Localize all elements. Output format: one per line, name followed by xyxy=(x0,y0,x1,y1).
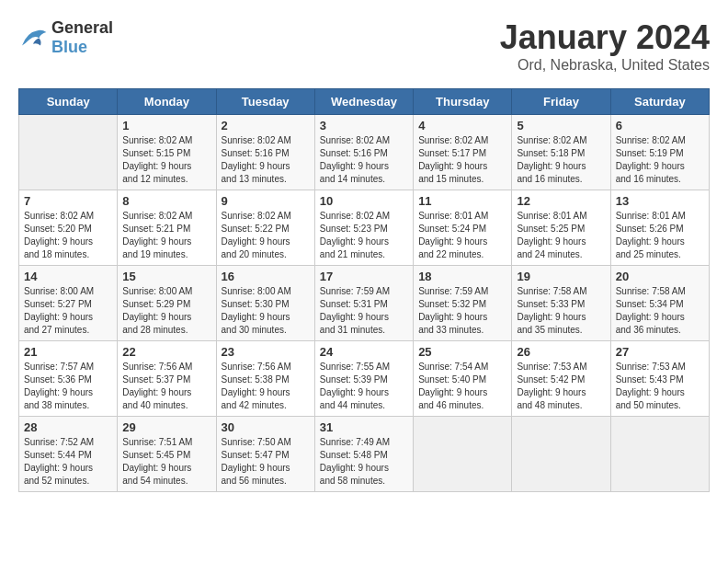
day-of-week-header: Tuesday xyxy=(216,89,314,115)
day-of-week-header: Wednesday xyxy=(314,89,413,115)
calendar-cell xyxy=(610,417,709,492)
day-number: 11 xyxy=(418,194,506,208)
calendar-cell: 27Sunrise: 7:53 AM Sunset: 5:43 PM Dayli… xyxy=(610,341,709,417)
calendar-cell: 2Sunrise: 8:02 AM Sunset: 5:16 PM Daylig… xyxy=(216,115,314,190)
logo-text: General Blue xyxy=(51,18,113,57)
calendar-cell: 5Sunrise: 8:02 AM Sunset: 5:18 PM Daylig… xyxy=(512,115,610,190)
day-number: 6 xyxy=(616,119,704,132)
calendar-cell: 6Sunrise: 8:02 AM Sunset: 5:19 PM Daylig… xyxy=(610,115,709,190)
calendar-cell: 28Sunrise: 7:52 AM Sunset: 5:44 PM Dayli… xyxy=(19,417,118,492)
day-info: Sunrise: 8:01 AM Sunset: 5:26 PM Dayligh… xyxy=(616,210,704,261)
day-number: 14 xyxy=(24,270,112,283)
day-info: Sunrise: 8:01 AM Sunset: 5:25 PM Dayligh… xyxy=(517,210,605,261)
day-info: Sunrise: 7:56 AM Sunset: 5:38 PM Dayligh… xyxy=(222,361,310,412)
calendar-cell: 23Sunrise: 7:56 AM Sunset: 5:38 PM Dayli… xyxy=(216,341,314,417)
day-info: Sunrise: 8:00 AM Sunset: 5:27 PM Dayligh… xyxy=(24,285,112,337)
logo: General Blue xyxy=(18,18,113,57)
day-info: Sunrise: 8:00 AM Sunset: 5:30 PM Dayligh… xyxy=(222,285,310,337)
calendar-week-row: 7Sunrise: 8:02 AM Sunset: 5:20 PM Daylig… xyxy=(19,190,710,266)
calendar-cell xyxy=(512,417,610,492)
calendar-cell: 8Sunrise: 8:02 AM Sunset: 5:21 PM Daylig… xyxy=(118,190,216,266)
calendar-cell: 22Sunrise: 7:56 AM Sunset: 5:37 PM Dayli… xyxy=(118,341,216,417)
logo-blue: Blue xyxy=(51,38,87,56)
calendar-cell: 15Sunrise: 8:00 AM Sunset: 5:29 PM Dayli… xyxy=(118,266,216,341)
day-of-week-header: Monday xyxy=(118,89,216,115)
calendar-week-row: 14Sunrise: 8:00 AM Sunset: 5:27 PM Dayli… xyxy=(19,266,710,341)
calendar-cell: 29Sunrise: 7:51 AM Sunset: 5:45 PM Dayli… xyxy=(118,417,216,492)
day-of-week-header: Sunday xyxy=(19,89,118,115)
day-of-week-header: Thursday xyxy=(414,89,512,115)
calendar-cell: 4Sunrise: 8:02 AM Sunset: 5:17 PM Daylig… xyxy=(414,115,512,190)
day-info: Sunrise: 7:51 AM Sunset: 5:45 PM Dayligh… xyxy=(122,436,210,488)
calendar-cell: 1Sunrise: 8:02 AM Sunset: 5:15 PM Daylig… xyxy=(118,115,216,190)
day-info: Sunrise: 7:50 AM Sunset: 5:47 PM Dayligh… xyxy=(222,436,310,488)
day-info: Sunrise: 7:49 AM Sunset: 5:48 PM Dayligh… xyxy=(320,436,408,488)
calendar-cell: 25Sunrise: 7:54 AM Sunset: 5:40 PM Dayli… xyxy=(414,341,512,417)
calendar-cell: 21Sunrise: 7:57 AM Sunset: 5:36 PM Dayli… xyxy=(19,341,118,417)
calendar-cell: 26Sunrise: 7:53 AM Sunset: 5:42 PM Dayli… xyxy=(512,341,610,417)
day-number: 18 xyxy=(418,270,506,283)
calendar-cell: 30Sunrise: 7:50 AM Sunset: 5:47 PM Dayli… xyxy=(216,417,314,492)
calendar-cell: 31Sunrise: 7:49 AM Sunset: 5:48 PM Dayli… xyxy=(314,417,413,492)
day-info: Sunrise: 8:02 AM Sunset: 5:19 PM Dayligh… xyxy=(616,134,704,186)
calendar-week-row: 28Sunrise: 7:52 AM Sunset: 5:44 PM Dayli… xyxy=(19,417,710,492)
day-of-week-header: Friday xyxy=(512,89,610,115)
calendar-cell: 20Sunrise: 7:58 AM Sunset: 5:34 PM Dayli… xyxy=(610,266,709,341)
day-number: 4 xyxy=(418,119,506,132)
day-number: 10 xyxy=(320,194,408,208)
day-info: Sunrise: 8:02 AM Sunset: 5:23 PM Dayligh… xyxy=(320,210,408,261)
calendar-cell: 24Sunrise: 7:55 AM Sunset: 5:39 PM Dayli… xyxy=(314,341,413,417)
day-info: Sunrise: 8:02 AM Sunset: 5:18 PM Dayligh… xyxy=(517,134,605,186)
calendar-cell: 3Sunrise: 8:02 AM Sunset: 5:16 PM Daylig… xyxy=(314,115,413,190)
calendar-cell: 7Sunrise: 8:02 AM Sunset: 5:20 PM Daylig… xyxy=(19,190,118,266)
day-number: 15 xyxy=(122,270,210,283)
day-number: 27 xyxy=(616,345,704,359)
day-number: 9 xyxy=(222,194,310,208)
day-info: Sunrise: 8:01 AM Sunset: 5:24 PM Dayligh… xyxy=(418,210,506,261)
header: General Blue January 2024 Ord, Nebraska,… xyxy=(18,18,710,74)
day-number: 21 xyxy=(24,345,112,359)
calendar-table: SundayMondayTuesdayWednesdayThursdayFrid… xyxy=(18,88,710,492)
calendar-week-row: 21Sunrise: 7:57 AM Sunset: 5:36 PM Dayli… xyxy=(19,341,710,417)
day-number: 23 xyxy=(222,345,310,359)
day-info: Sunrise: 7:52 AM Sunset: 5:44 PM Dayligh… xyxy=(24,436,112,488)
header-row: SundayMondayTuesdayWednesdayThursdayFrid… xyxy=(19,89,710,115)
day-number: 22 xyxy=(122,345,210,359)
title-area: January 2024 Ord, Nebraska, United State… xyxy=(500,18,710,74)
day-info: Sunrise: 7:56 AM Sunset: 5:37 PM Dayligh… xyxy=(122,361,210,412)
calendar-title: January 2024 xyxy=(500,18,710,57)
logo-bird-icon xyxy=(18,25,48,51)
calendar-cell: 12Sunrise: 8:01 AM Sunset: 5:25 PM Dayli… xyxy=(512,190,610,266)
day-number: 1 xyxy=(122,119,210,132)
day-number: 24 xyxy=(320,345,408,359)
day-info: Sunrise: 8:02 AM Sunset: 5:15 PM Dayligh… xyxy=(122,134,210,186)
day-info: Sunrise: 8:02 AM Sunset: 5:22 PM Dayligh… xyxy=(222,210,310,261)
logo-general: General xyxy=(51,18,113,37)
day-of-week-header: Saturday xyxy=(610,89,709,115)
calendar-header: SundayMondayTuesdayWednesdayThursdayFrid… xyxy=(19,89,710,115)
day-number: 26 xyxy=(517,345,605,359)
day-number: 29 xyxy=(122,420,210,434)
calendar-cell xyxy=(19,115,118,190)
day-number: 16 xyxy=(222,270,310,283)
day-info: Sunrise: 8:02 AM Sunset: 5:20 PM Dayligh… xyxy=(24,210,112,261)
calendar-cell: 17Sunrise: 7:59 AM Sunset: 5:31 PM Dayli… xyxy=(314,266,413,341)
day-number: 31 xyxy=(320,420,408,434)
calendar-cell: 11Sunrise: 8:01 AM Sunset: 5:24 PM Dayli… xyxy=(414,190,512,266)
day-info: Sunrise: 7:58 AM Sunset: 5:33 PM Dayligh… xyxy=(517,285,605,337)
day-number: 28 xyxy=(24,420,112,434)
day-number: 19 xyxy=(517,270,605,283)
calendar-cell: 13Sunrise: 8:01 AM Sunset: 5:26 PM Dayli… xyxy=(610,190,709,266)
day-info: Sunrise: 8:02 AM Sunset: 5:17 PM Dayligh… xyxy=(418,134,506,186)
day-number: 3 xyxy=(320,119,408,132)
day-info: Sunrise: 7:53 AM Sunset: 5:43 PM Dayligh… xyxy=(616,361,704,412)
calendar-week-row: 1Sunrise: 8:02 AM Sunset: 5:15 PM Daylig… xyxy=(19,115,710,190)
day-info: Sunrise: 7:58 AM Sunset: 5:34 PM Dayligh… xyxy=(616,285,704,337)
day-number: 12 xyxy=(517,194,605,208)
day-number: 20 xyxy=(616,270,704,283)
day-number: 5 xyxy=(517,119,605,132)
day-info: Sunrise: 8:02 AM Sunset: 5:16 PM Dayligh… xyxy=(320,134,408,186)
day-info: Sunrise: 7:55 AM Sunset: 5:39 PM Dayligh… xyxy=(320,361,408,412)
calendar-cell xyxy=(414,417,512,492)
calendar-cell: 18Sunrise: 7:59 AM Sunset: 5:32 PM Dayli… xyxy=(414,266,512,341)
